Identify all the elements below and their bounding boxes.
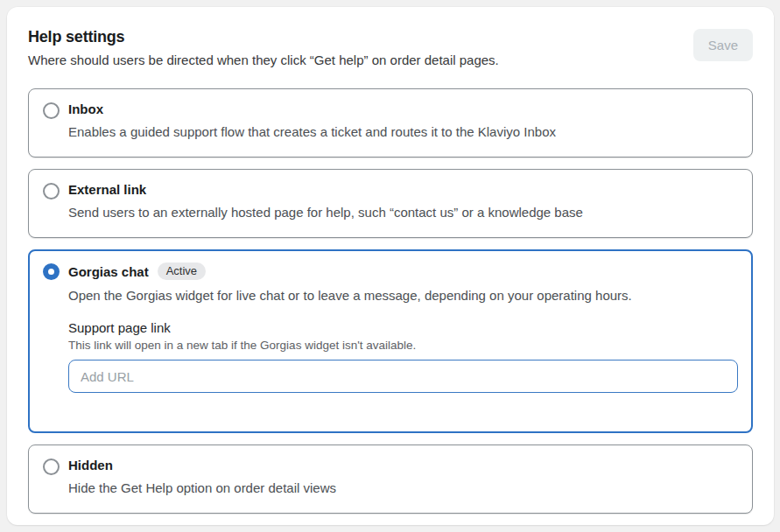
- help-settings-panel: Help settings Where should users be dire…: [7, 7, 774, 525]
- option-description: Open the Gorgias widget for live chat or…: [68, 286, 738, 304]
- option-card-hidden[interactable]: Hidden Hide the Get Help option on order…: [28, 444, 753, 514]
- support-page-link-label: Support page link: [68, 320, 738, 335]
- radio-gorgias-chat[interactable]: [43, 263, 60, 280]
- option-description: Hide the Get Help option on order detail…: [68, 479, 738, 497]
- option-label: Inbox: [68, 102, 103, 116]
- option-description: Send users to an externally hosted page …: [68, 203, 738, 221]
- radio-inbox[interactable]: [43, 102, 60, 119]
- support-page-link-helper: This link will open in a new tab if the …: [68, 339, 738, 352]
- option-label: Gorgias chat: [68, 264, 149, 279]
- option-body: Inbox Enables a guided support flow that…: [68, 102, 738, 141]
- page-subtitle: Where should users be directed when they…: [28, 52, 499, 67]
- option-body: Hidden Hide the Get Help option on order…: [68, 458, 738, 497]
- option-body: External link Send users to an externall…: [68, 182, 738, 221]
- option-card-inbox[interactable]: Inbox Enables a guided support flow that…: [28, 88, 753, 158]
- header-text: Help settings Where should users be dire…: [28, 28, 499, 67]
- support-page-link-input[interactable]: [68, 360, 738, 393]
- option-label: Hidden: [68, 458, 113, 472]
- page-title: Help settings: [28, 28, 499, 46]
- help-options-list: Inbox Enables a guided support flow that…: [28, 88, 753, 514]
- radio-hidden[interactable]: [43, 458, 60, 475]
- radio-external-link[interactable]: [43, 183, 60, 200]
- save-button[interactable]: Save: [693, 29, 753, 61]
- active-status-badge: Active: [158, 262, 206, 280]
- option-description: Enables a guided support flow that creat…: [68, 122, 738, 141]
- panel-header: Help settings Where should users be dire…: [28, 28, 753, 67]
- option-card-gorgias-chat[interactable]: Gorgias chat Active Open the Gorgias wid…: [28, 249, 753, 433]
- option-label: External link: [68, 182, 146, 197]
- option-body: Gorgias chat Active Open the Gorgias wid…: [68, 262, 738, 393]
- option-card-external-link[interactable]: External link Send users to an externall…: [28, 169, 753, 238]
